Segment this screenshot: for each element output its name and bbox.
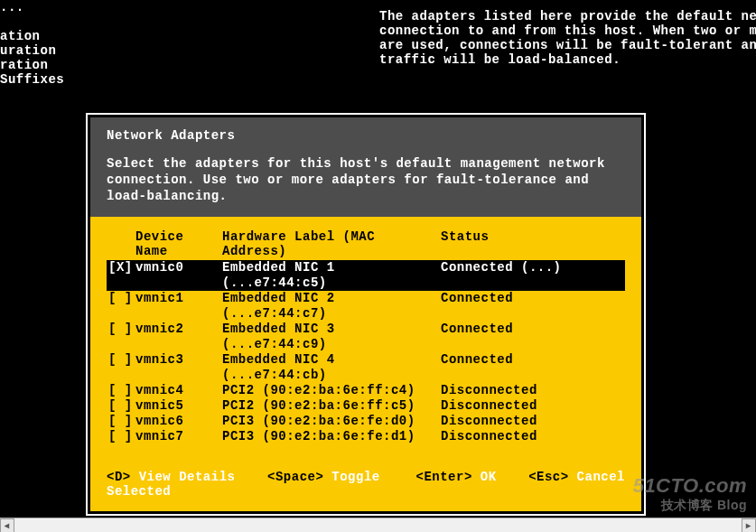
hardware-label: PCI3 (90:e2:ba:6e:fe:d0) (222, 414, 441, 429)
col-sel-header (108, 229, 135, 258)
watermark: 51CTO.com 技术博客 Blog (633, 474, 747, 514)
background-right-text: The adapters listed here provide the def… (379, 9, 756, 67)
status-label: Disconnected (441, 414, 625, 429)
device-name: vmnic4 (135, 383, 222, 398)
status-label: Disconnected (441, 383, 625, 398)
dialog-header: Network Adapters Select the adapters for… (90, 117, 641, 217)
scroll-left-button[interactable]: ◂ (0, 518, 14, 532)
key-space[interactable]: <Space> (267, 470, 323, 484)
bg-left-line: ... (0, 0, 64, 14)
device-name: vmnic2 (135, 322, 222, 352)
hardware-label: Embedded NIC 1 (...e7:44:c5) (222, 260, 441, 291)
col-device-header: Device Name (135, 229, 222, 258)
network-adapters-dialog: Network Adapters Select the adapters for… (86, 113, 646, 516)
watermark-line2: 技术博客 Blog (633, 498, 747, 514)
hardware-label: Embedded NIC 3 (...e7:44:c9) (222, 322, 441, 352)
status-label: Connected (441, 291, 625, 322)
adapter-row[interactable]: [ ]vmnic4PCI2 (90:e2:ba:6e:ff:c4)Disconn… (107, 383, 625, 398)
checkbox-indicator[interactable]: [ ] (108, 322, 135, 352)
status-label: Connected (441, 352, 625, 383)
hardware-label: Embedded NIC 2 (...e7:44:c7) (222, 291, 441, 322)
device-name: vmnic3 (135, 352, 222, 383)
bg-left-line: ation (0, 29, 64, 43)
status-label: Disconnected (441, 398, 625, 414)
dialog-help-text: Select the adapters for this host's defa… (107, 155, 625, 204)
checkbox-indicator[interactable]: [ ] (108, 291, 135, 322)
watermark-line1: 51CTO.com (633, 474, 747, 498)
adapter-row[interactable]: [ ]vmnic2Embedded NIC 3 (...e7:44:c9)Con… (107, 322, 625, 352)
action-view-details[interactable]: View Details (139, 470, 236, 484)
adapter-row[interactable]: [ ]vmnic1Embedded NIC 2 (...e7:44:c7)Con… (107, 291, 625, 322)
dialog-body: Device Name Hardware Label (MAC Address)… (90, 217, 641, 511)
checkbox-indicator[interactable]: [ ] (108, 398, 135, 414)
hardware-label: PCI3 (90:e2:ba:6e:fe:d1) (222, 429, 441, 444)
device-name: vmnic1 (135, 291, 222, 322)
device-name: vmnic5 (135, 398, 222, 414)
col-status-header: Status (441, 229, 625, 258)
adapter-list[interactable]: Device Name Hardware Label (MAC Address)… (90, 229, 641, 444)
status-label: Connected (441, 322, 625, 352)
bg-left-line: uration (0, 43, 64, 58)
status-label: Connected (...) (441, 260, 625, 291)
help-line: load-balancing. (107, 188, 625, 204)
adapter-row[interactable]: [ ]vmnic6PCI3 (90:e2:ba:6e:fe:d0)Disconn… (107, 414, 625, 429)
checkbox-indicator[interactable]: [X] (108, 260, 135, 291)
col-hwlabel-header: Hardware Label (MAC Address) (222, 229, 441, 258)
checkbox-indicator[interactable]: [ ] (108, 352, 135, 383)
key-d[interactable]: <D> (107, 470, 131, 484)
adapter-row[interactable]: [ ]vmnic3Embedded NIC 4 (...e7:44:cb)Con… (107, 352, 625, 383)
checkbox-indicator[interactable]: [ ] (108, 383, 135, 398)
scroll-track[interactable] (14, 518, 742, 532)
checkbox-indicator[interactable]: [ ] (108, 429, 135, 444)
device-name: vmnic6 (135, 414, 222, 429)
horizontal-scrollbar[interactable]: ◂ ▸ (0, 518, 756, 532)
key-enter[interactable]: <Enter> (416, 470, 472, 484)
hardware-label: Embedded NIC 4 (...e7:44:cb) (222, 352, 441, 383)
action-cancel[interactable]: Cancel (577, 470, 625, 484)
hardware-label: PCI2 (90:e2:ba:6e:ff:c4) (222, 383, 441, 398)
help-line: connection. Use two or more adapters for… (107, 172, 625, 188)
bg-left-line: ration (0, 58, 64, 72)
checkbox-indicator[interactable]: [ ] (108, 414, 135, 429)
dialog-footer: <D> View Details <Space> Toggle Selected… (90, 470, 641, 502)
dialog-title: Network Adapters (107, 128, 625, 143)
action-ok[interactable]: OK (481, 470, 497, 484)
bg-left-line: Suffixes (0, 72, 64, 87)
adapter-row[interactable]: [ ]vmnic7PCI3 (90:e2:ba:6e:fe:d1)Disconn… (107, 429, 625, 444)
hardware-label: PCI2 (90:e2:ba:6e:ff:c5) (222, 398, 441, 414)
adapter-row[interactable]: [X]vmnic0Embedded NIC 1 (...e7:44:c5)Con… (107, 260, 625, 291)
device-name: vmnic7 (135, 429, 222, 444)
background-left-text: ... ationurationrationSuffixes (0, 0, 64, 87)
key-esc[interactable]: <Esc> (528, 470, 569, 484)
column-headers: Device Name Hardware Label (MAC Address)… (107, 229, 625, 260)
device-name: vmnic0 (135, 260, 222, 291)
adapter-row[interactable]: [ ]vmnic5PCI2 (90:e2:ba:6e:ff:c5)Disconn… (107, 398, 625, 414)
help-line: Select the adapters for this host's defa… (107, 155, 625, 172)
bg-left-line (0, 14, 64, 29)
scroll-right-button[interactable]: ▸ (742, 518, 756, 532)
status-label: Disconnected (441, 429, 625, 444)
